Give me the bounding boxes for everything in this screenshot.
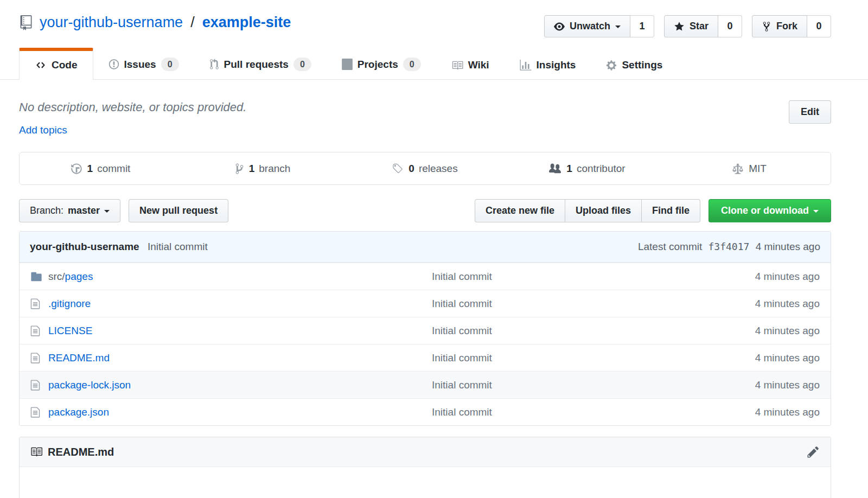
latest-commit-label: Latest commit [638,241,702,252]
releases-count: 0 [409,163,414,175]
chevron-down-icon [104,210,110,215]
issues-counter: 0 [161,58,179,71]
file-icon [20,406,44,418]
file-age: 4 minutes ago [706,325,831,337]
clone-or-download-label: Clone or download [721,205,809,216]
tab-settings[interactable]: Settings [591,48,678,79]
tab-issues-label: Issues [124,59,156,71]
find-file-button[interactable]: Find file [641,199,700,222]
branches-count: 1 [249,163,255,175]
tab-code[interactable]: Code [19,48,93,80]
clone-or-download-button[interactable]: Clone or download [709,199,831,222]
tab-issues[interactable]: Issues 0 [93,46,194,79]
tab-insights[interactable]: Insights [505,48,591,79]
chevron-down-icon [813,210,819,215]
tag-icon [392,163,403,175]
file-row: package-lock.json Initial commit 4 minut… [20,371,831,398]
file-commit-message[interactable]: Initial commit [432,406,492,418]
directory-link[interactable]: pages [65,271,93,282]
repo-description: No description, website, or topics provi… [19,100,246,114]
file-row: package.json Initial commit 4 minutes ag… [20,398,831,425]
file-link[interactable]: .gitignore [48,298,91,309]
tab-projects[interactable]: Projects 0 [327,46,436,79]
repo-name-link[interactable]: example-site [202,14,291,31]
tab-wiki-label: Wiki [468,59,489,71]
repo-icon [19,15,33,30]
star-button[interactable]: Star [664,15,718,37]
law-icon [732,163,743,175]
edit-button[interactable]: Edit [789,100,831,124]
file-icon [20,352,44,364]
file-row: .gitignore Initial commit 4 minutes ago [20,290,831,317]
branches-label: branch [259,163,290,175]
branch-name-label: master [68,205,100,216]
commits-stat[interactable]: 1 commit [20,163,182,175]
files-box: your-github-username Initial commit Late… [19,231,831,426]
eye-icon [554,21,565,32]
file-age: 4 minutes ago [706,406,831,418]
commit-message-link[interactable]: Initial commit [148,241,208,252]
file-icon [20,379,44,391]
book-icon [30,446,43,458]
repo-title: your-github-username / example-site [19,14,291,31]
gear-icon [606,60,617,71]
new-pull-request-button[interactable]: New pull request [129,199,228,222]
license-stat[interactable]: MIT [668,163,831,175]
tab-wiki[interactable]: Wiki [436,48,505,79]
file-icon [20,298,44,310]
file-link[interactable]: package.json [48,406,109,418]
tab-insights-label: Insights [537,59,576,71]
star-label: Star [690,21,709,32]
file-commit-message[interactable]: Initial commit [432,325,492,336]
add-topics-link[interactable]: Add topics [19,124,67,136]
forks-count[interactable]: 0 [807,15,831,37]
projects-counter: 0 [403,58,421,71]
file-commit-message[interactable]: Initial commit [432,379,492,391]
file-commit-message[interactable]: Initial commit [432,271,492,282]
commit-tease: your-github-username Initial commit Late… [20,232,831,263]
fork-button[interactable]: Fork [752,15,807,37]
stars-count[interactable]: 0 [718,15,742,37]
branch-select-button[interactable]: Branch: master [19,199,120,222]
file-row: README.md Initial commit 4 minutes ago [20,344,831,371]
commits-label: commit [97,163,130,175]
commit-author-link[interactable]: your-github-username [30,241,139,252]
file-link[interactable]: package-lock.json [48,379,131,391]
repo-owner-link[interactable]: your-github-username [40,14,183,31]
file-actions-group: Create new file Upload files Find file [475,199,700,222]
tab-pull-requests[interactable]: Pull requests 0 [194,46,327,79]
unwatch-button[interactable]: Unwatch [544,15,630,37]
wiki-book-icon [451,60,463,71]
people-icon [549,163,561,175]
commit-sha-link[interactable]: f3f4017 [709,241,750,252]
directory-path-prefix[interactable]: src/ [48,271,65,282]
file-age: 4 minutes ago [706,352,831,364]
releases-label: releases [419,163,458,175]
issue-icon [108,59,119,70]
repo-path-separator: / [190,14,195,31]
contributors-count: 1 [566,163,572,175]
branch-icon [235,163,244,175]
latest-commit-info: Latest commit f3f4017 4 minutes ago [638,241,820,253]
file-commit-message[interactable]: Initial commit [432,298,492,309]
file-row: LICENSE Initial commit 4 minutes ago [20,317,831,344]
branches-stat[interactable]: 1 branch [182,163,344,175]
pull-requests-counter: 0 [293,58,311,71]
pencil-icon[interactable] [806,444,820,459]
commits-count: 1 [87,163,93,175]
pagehead-actions: Unwatch 1 Star 0 Fork 0 [544,15,831,37]
releases-stat[interactable]: 0 releases [344,163,506,175]
readme-section: README.md [19,437,831,498]
chevron-down-icon [615,25,621,31]
file-commit-message[interactable]: Initial commit [432,352,492,363]
code-icon [35,60,47,70]
file-link[interactable]: LICENSE [48,325,92,336]
repo-stats-bar: 1 commit 1 branch 0 releases 1 contribut… [19,152,831,185]
upload-files-button[interactable]: Upload files [565,199,642,222]
create-new-file-button[interactable]: Create new file [475,199,565,222]
branch-prefix-label: Branch: [30,205,63,216]
file-link[interactable]: README.md [48,352,110,363]
contributors-stat[interactable]: 1 contributor [506,163,668,175]
file-icon [20,325,44,337]
watchers-count[interactable]: 1 [630,15,654,37]
